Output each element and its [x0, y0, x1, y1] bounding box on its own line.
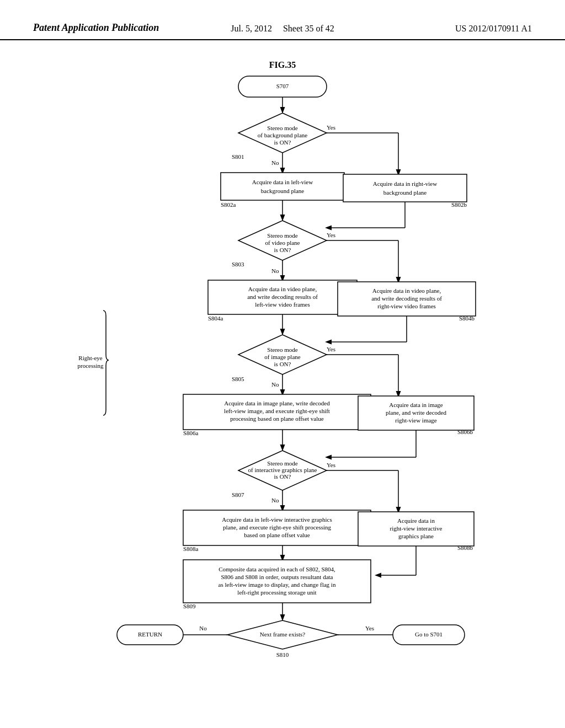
- svg-rect-7: [343, 174, 467, 202]
- diamond1-line2: of background plane: [258, 132, 308, 138]
- s802b-text1: Acquire data in right-view: [373, 180, 437, 187]
- diagram-container: FIG.35 S707 Stereo mode of background pl…: [0, 57, 565, 697]
- s804a-text3: left-view video frames: [255, 301, 310, 308]
- s804a-text2: and write decoding results of: [247, 293, 318, 300]
- diamond2-line2: of video plane: [265, 239, 300, 246]
- yes2-label: Yes: [327, 232, 335, 238]
- diamond3-line2: of image plane: [264, 354, 300, 360]
- diamond3-line1: Stereo mode: [267, 346, 297, 353]
- no1-label: No: [271, 159, 279, 166]
- s808b-text1: Acquire data in: [397, 517, 435, 524]
- s810-label: S810: [276, 651, 289, 658]
- s808b-text2: right-view interactive: [390, 525, 443, 532]
- s804b-label: S804b: [459, 315, 475, 322]
- diamond4-line2: of interactive graphics plane: [248, 467, 317, 473]
- publication-date: Jul. 5, 2012 Sheet 35 of 42: [199, 24, 365, 34]
- diamond1-line3: is ON?: [274, 139, 291, 146]
- s802a-text2: background plane: [261, 188, 305, 194]
- svg-rect-6: [221, 173, 344, 200]
- right-eye-line1: Right-eye: [78, 355, 102, 361]
- no-s810-label: No: [199, 625, 207, 631]
- s806a-text2: left-view image, and execute right-eye s…: [224, 408, 330, 414]
- patent-publication-label: Patent Application Publication: [33, 22, 199, 34]
- s804a-label: S804a: [208, 315, 223, 322]
- s808a-text3: based on plane offset value: [244, 532, 310, 538]
- s801-label: S801: [232, 153, 244, 160]
- s802b-text2: background plane: [383, 189, 427, 196]
- s804a-text1: Acquire data in video plane,: [248, 286, 317, 292]
- yes3-label: Yes: [327, 346, 335, 352]
- s806b-label: S806b: [457, 429, 473, 435]
- s809-label: S809: [183, 603, 196, 609]
- s802b-label: S802b: [451, 201, 467, 208]
- diamond1-line1: Stereo mode: [267, 125, 297, 131]
- s810-text: Next frame exists?: [260, 631, 306, 638]
- s809-text4: left-right processing storage unit: [237, 589, 316, 596]
- s806a-text3: processing based on plane offset value: [230, 415, 323, 422]
- diamond3-line3: is ON?: [274, 361, 291, 367]
- s809-text3: as left-view image to display, and chang…: [218, 581, 336, 588]
- diamond4-line1: Stereo mode: [267, 460, 297, 467]
- s809-text1: Composite data acquired in each of S802,…: [218, 566, 335, 572]
- s803-label: S803: [232, 261, 244, 267]
- s806b-text3: right-view image: [395, 417, 437, 424]
- s804b-text1: Acquire data in video plane,: [372, 287, 441, 294]
- yes-s810-label: Yes: [365, 625, 374, 631]
- s806a-label: S806a: [183, 430, 199, 436]
- no3-label: No: [271, 381, 279, 388]
- s808a-text1: Acquire data in left-view interactive gr…: [222, 516, 332, 523]
- header: Patent Application Publication Jul. 5, 2…: [0, 0, 565, 40]
- s808b-label: S808b: [457, 544, 473, 551]
- flowchart-svg: FIG.35 S707 Stereo mode of background pl…: [67, 57, 498, 697]
- page: Patent Application Publication Jul. 5, 2…: [0, 0, 565, 728]
- diamond2-line1: Stereo mode: [267, 232, 297, 239]
- s804b-text3: right-view video frames: [377, 303, 436, 309]
- s806a-text1: Acquire data in image plane, write decod…: [224, 400, 330, 406]
- goto-s701-label: Go to S701: [415, 631, 443, 638]
- s806b-text1: Acquire data in image: [389, 402, 443, 408]
- no4-label: No: [271, 497, 279, 504]
- s804b-text2: and write decoding results of: [371, 295, 442, 302]
- right-eye-line2: processing: [77, 362, 104, 369]
- s707-label: S707: [276, 83, 289, 89]
- s802a-label: S802a: [221, 201, 236, 208]
- yes1-label: Yes: [327, 124, 335, 131]
- s802a-text1: Acquire data in left-view: [252, 179, 313, 185]
- s805-label: S805: [232, 376, 244, 382]
- fig-label: FIG.35: [269, 60, 296, 69]
- s809-text2: S806 and S808 in order, outputs resultan…: [221, 574, 333, 580]
- patent-number: US 2012/0170911 A1: [366, 24, 532, 34]
- return-label: RETURN: [138, 631, 162, 638]
- s808b-text3: graphics plane: [398, 533, 434, 539]
- yes4-label: Yes: [327, 462, 335, 468]
- s808a-text2: plane, and execute right-eye shift proce…: [223, 524, 332, 531]
- diamond2-line3: is ON?: [274, 247, 291, 253]
- diamond4-line3: is ON?: [274, 473, 291, 480]
- s808a-label: S808a: [183, 545, 199, 552]
- s806b-text2: plane, and write decoded: [386, 409, 446, 416]
- s807-label: S807: [232, 491, 244, 498]
- no2-label: No: [271, 267, 279, 274]
